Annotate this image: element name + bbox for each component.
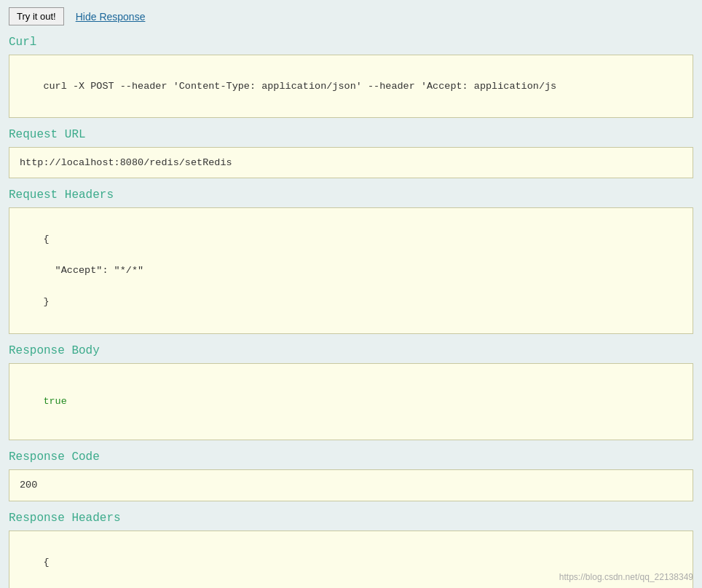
request-headers-box: { "Accept": "*/*" } <box>9 207 693 333</box>
response-code-box: 200 <box>9 469 693 501</box>
response-body-content: true <box>43 396 66 407</box>
response-body-label: Response Body <box>9 344 693 357</box>
response-code-label: Response Code <box>9 450 693 464</box>
try-it-button[interactable]: Try it out! <box>9 7 64 25</box>
req-headers-line2: "Accept": "*/*" <box>43 265 143 276</box>
request-url-section: Request URL http://localhost:8080/redis/… <box>9 128 693 179</box>
request-url-box: http://localhost:8080/redis/setRedis <box>9 147 693 179</box>
res-headers-line1: { <box>43 557 49 568</box>
curl-section: Curl curl -X POST --header 'Content-Type… <box>9 36 693 118</box>
response-headers-label: Response Headers <box>9 512 693 525</box>
curl-text: curl -X POST --header 'Content-Type: app… <box>43 81 556 92</box>
request-headers-section: Request Headers { "Accept": "*/*" } <box>9 188 693 333</box>
request-headers-label: Request Headers <box>9 188 693 202</box>
req-headers-line3: } <box>43 296 49 307</box>
response-body-section: Response Body true <box>9 344 693 441</box>
watermark: https://blog.csdn.net/qq_22138349 <box>559 572 693 582</box>
response-body-box: true <box>9 363 693 441</box>
curl-content-box: curl -X POST --header 'Content-Type: app… <box>9 55 693 118</box>
request-url-label: Request URL <box>9 128 693 141</box>
top-bar: Try it out! Hide Response <box>9 7 693 25</box>
hide-response-button[interactable]: Hide Response <box>76 11 146 23</box>
curl-section-label: Curl <box>9 36 693 49</box>
response-code-section: Response Code 200 <box>9 450 693 501</box>
req-headers-line1: { <box>43 234 49 245</box>
